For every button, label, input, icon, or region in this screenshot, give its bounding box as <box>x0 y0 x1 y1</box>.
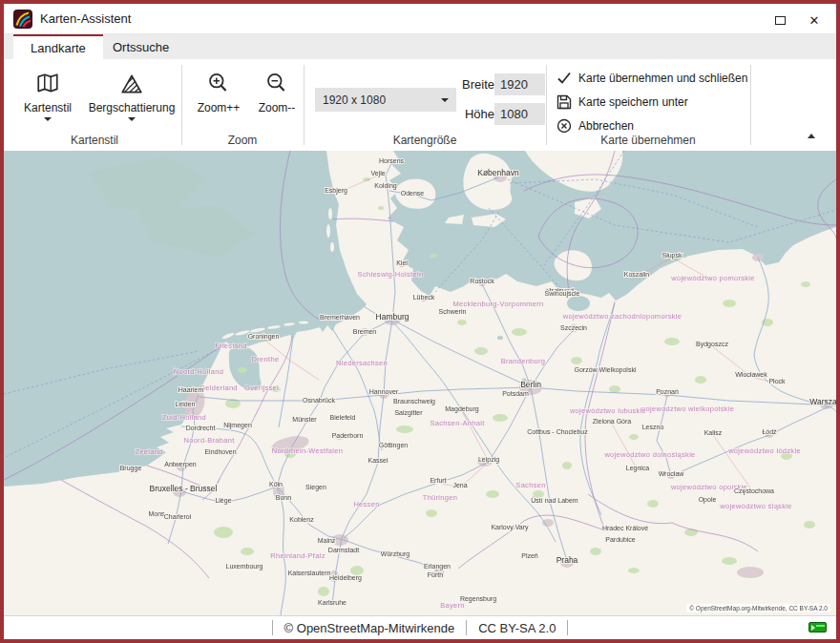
window-title: Karten-Assistent <box>40 11 131 26</box>
map-city-label: Magdeburg <box>445 405 479 413</box>
map-city-label: Regensburg <box>460 595 496 603</box>
map-city-label: Brugge <box>120 465 142 472</box>
maximize-icon <box>775 16 786 25</box>
map-city-label: Poznań <box>656 388 679 395</box>
map-city-label: Leszno <box>642 424 664 430</box>
map-region-label: Zuid-Holland <box>162 413 206 422</box>
width-label: Breite <box>456 77 494 92</box>
map-city-label: Koszalin <box>624 271 650 278</box>
size-preset-value: 1920 x 1080 <box>323 93 386 107</box>
map-city-label: Charleroi <box>164 513 192 520</box>
ribbon-separator <box>750 65 751 145</box>
map-city-label: Gorzów Wielkopolski <box>575 366 637 374</box>
map-city-label: Kolding <box>374 182 396 190</box>
status-license: CC BY-SA 2.0 <box>478 621 556 635</box>
map-city-label: Groningen <box>248 333 280 341</box>
map-region-label: Bayern <box>440 601 465 610</box>
tab-label: Ortssuche <box>113 40 169 54</box>
map-city-label: Münster <box>292 416 317 423</box>
map-city-label: Plzeň <box>521 552 538 559</box>
map-city-label: Legnica <box>626 465 650 472</box>
map-city-label: Odense <box>401 190 425 197</box>
apply-and-close-button[interactable]: Karte übernehmen und schließen <box>556 66 747 90</box>
map-city-label: Hamburg <box>376 312 410 322</box>
map-city-label: Ústí nad Labem <box>531 496 578 504</box>
map-city-label: Karlovy Vary <box>491 524 529 531</box>
save-icon <box>556 94 572 110</box>
app-window: Karten-Assistent ✕ Landkarte Ortssuche K… <box>0 0 840 643</box>
map-region-label: Noord-Brabant <box>183 436 235 445</box>
map-region-label: województwo łódzkie <box>727 446 801 455</box>
map-city-label: Zielona Góra <box>593 418 632 425</box>
map-city-label: Bremen <box>353 328 377 335</box>
map-city-label: Erfurt <box>430 477 446 484</box>
map-city-label: Luxembourg <box>226 563 263 570</box>
map-city-label: Pardubice <box>605 536 636 543</box>
button-label: Karte speichern unter <box>578 95 688 109</box>
chevron-down-icon <box>44 117 52 121</box>
map-city-label: Bydgoszcz <box>696 341 728 348</box>
map-region-label: Thüringen <box>423 493 457 502</box>
button-label: Zoom-- <box>259 101 296 114</box>
map-region-label: Nordrhein-Westfalen <box>272 446 343 455</box>
map-viewport[interactable]: Schleswig-HolsteinMecklenburg-Vorpommern… <box>4 151 836 615</box>
map-city-label: Erlangen <box>424 563 451 570</box>
map-city-label: Eindhoven <box>204 448 236 455</box>
status-attribution: © OpenStreetMap-Mitwirkende <box>284 621 455 635</box>
status-bar: © OpenStreetMap-Mitwirkende CC BY-SA 2.0 <box>4 615 836 639</box>
bergschattierung-button[interactable]: Bergschattierung <box>84 67 179 121</box>
map-city-label: Mons <box>148 510 165 517</box>
map-region-label: województwo lubuskie <box>569 406 646 415</box>
map-region-label: Drenthe <box>252 355 280 363</box>
map-canvas[interactable]: Schleswig-HolsteinMecklenburg-Vorpommern… <box>4 151 836 615</box>
map-region-label: województwo pomorskie <box>670 274 755 282</box>
collapse-ribbon-button[interactable] <box>808 134 815 138</box>
map-region-label: Niedersachsen <box>336 359 388 367</box>
kartenstil-button[interactable]: Kartenstil <box>17 67 78 121</box>
map-city-label: Salzgitter <box>394 409 423 417</box>
tab-landkarte[interactable]: Landkarte <box>13 34 103 59</box>
map-region-label: Zeeland <box>135 447 162 456</box>
title-bar: Karten-Assistent ✕ <box>4 4 836 34</box>
tab-ortssuche[interactable]: Ortssuche <box>95 34 186 59</box>
zoom-in-button[interactable]: Zoom++ <box>191 67 246 114</box>
map-city-label: Horsens <box>379 157 405 164</box>
height-field[interactable]: 1080 <box>494 103 545 125</box>
height-value: 1080 <box>500 107 528 121</box>
zoom-out-icon <box>265 67 288 95</box>
size-preset-select[interactable]: 1920 x 1080 <box>315 88 456 112</box>
connection-indicator-icon <box>808 622 827 633</box>
hillshade-icon <box>119 67 144 95</box>
map-style-icon <box>35 67 60 95</box>
map-city-label: Paderborn <box>332 432 364 439</box>
map-city-label: Słupsk <box>662 252 682 259</box>
map-city-label: Warszawa <box>809 397 836 406</box>
save-map-as-button[interactable]: Karte speichern unter <box>556 90 688 114</box>
map-city-label: Bruxelles - Brussel <box>150 484 218 493</box>
map-city-label: Świnoujście <box>545 289 580 298</box>
map-city-label: Koblenz <box>289 516 314 523</box>
map-city-label: Hannover <box>369 388 399 395</box>
button-label: Abbrechen <box>578 119 634 133</box>
group-label-karte-uebernehmen: Karte übernehmen <box>546 134 750 147</box>
close-button[interactable]: ✕ <box>800 10 829 30</box>
maximize-button[interactable] <box>766 10 794 30</box>
map-city-label: Jena <box>452 482 467 488</box>
map-city-label: Leipzig <box>478 456 499 464</box>
map-city-label: Esbjerg <box>325 187 347 195</box>
map-region-label: województwo śląskie <box>719 502 791 510</box>
width-field[interactable]: 1920 <box>494 73 545 95</box>
map-city-label: Siegen <box>305 484 326 491</box>
map-region-label: Noord-Holland <box>174 367 223 376</box>
status-separator <box>466 620 467 635</box>
map-city-label: Haarlem <box>178 386 204 393</box>
status-separator <box>272 620 273 635</box>
map-city-label: Praha <box>556 555 578 565</box>
map-region-label: Rheinland-Pfalz <box>270 551 325 560</box>
chevron-down-icon <box>128 117 136 121</box>
map-city-label: Braunschweig <box>393 398 435 405</box>
map-city-label: Szczecin <box>560 324 587 331</box>
map-city-label: Antwerpen <box>164 461 197 468</box>
zoom-out-button[interactable]: Zoom-- <box>250 67 304 114</box>
map-city-label: Kalisz <box>704 429 723 436</box>
